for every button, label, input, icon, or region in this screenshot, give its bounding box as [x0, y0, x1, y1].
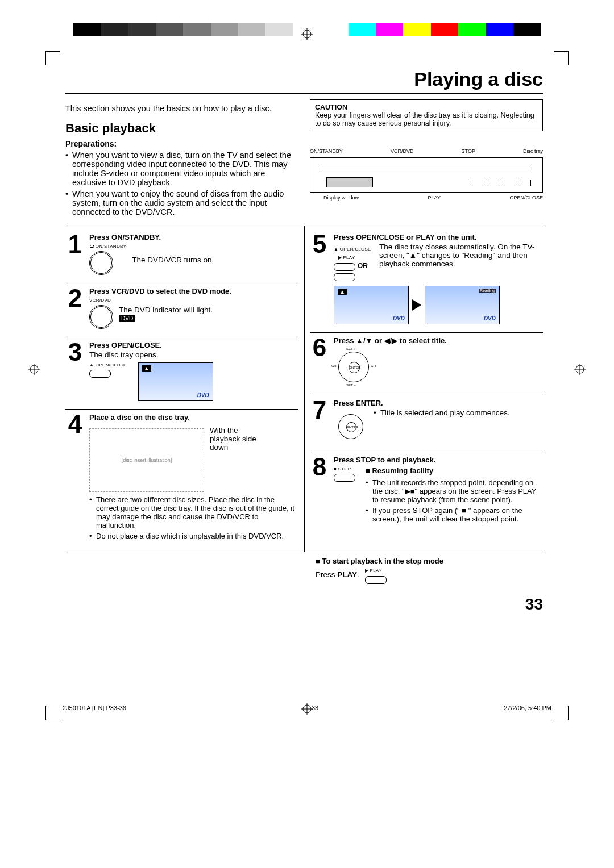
crop-mark [45, 706, 60, 720]
step-desc: The disc tray opens. [89, 350, 298, 359]
start-in-stop-body: Press PLAY. [316, 570, 359, 579]
stop-icon: ■ STOP [334, 466, 360, 527]
footer-left: 2J50101A [EN] P33-36 [63, 704, 126, 711]
device-bottom-labels: Display window PLAY OPEN/CLOSE [310, 195, 543, 201]
note-item: If you press STOP again (" ■ " appears o… [366, 506, 543, 523]
step5-buttons: ▲ OPEN/CLOSE ▶ PLAY OR [334, 244, 375, 281]
caution-heading: CAUTION [315, 103, 538, 111]
dvd-badge: DVD [119, 315, 135, 322]
vcrdvd-icon: VCR/DVD [89, 298, 113, 329]
step4-notes: There are two different disc sizes. Plac… [89, 495, 298, 540]
registration-mark [301, 28, 313, 40]
registration-mark [574, 364, 586, 375]
step-title: Press OPEN/CLOSE. [89, 341, 298, 349]
step-desc: Title is selected and play commences. [374, 408, 510, 417]
step-title: Press STOP to end playback. [334, 456, 543, 464]
tv-screen-thumb: Reading DVD [425, 286, 500, 324]
page-title: Playing a disc [65, 68, 543, 94]
column-divider [304, 226, 305, 552]
step-title: Press ENTER. [334, 399, 543, 407]
print-footer: 2J50101A [EN] P33-36 33 27/2/06, 5:40 PM [63, 704, 551, 711]
play-icon: ▶ PLAY [365, 565, 387, 584]
onstandby-icon: ⏻ ON/STANDBY [89, 244, 126, 275]
step-number: 8 [310, 456, 329, 527]
step-number: 1 [65, 233, 85, 275]
step-number: 4 [65, 413, 85, 544]
dpad-icon: ENTER [334, 410, 368, 444]
device-diagram [310, 157, 543, 193]
prep-item: When you want to view a disc, turn on th… [65, 151, 298, 187]
step8-notes: The unit records the stopped point, depe… [366, 478, 543, 523]
step-number: 2 [65, 287, 85, 329]
step-number: 3 [65, 341, 85, 401]
step-1: 1 Press ON/STANDBY. ⏻ ON/STANDBY The DVD… [65, 229, 298, 275]
disc-hand-illustration: [disc insert illustration] [89, 428, 204, 492]
note-item: The unit records the stopped point, depe… [366, 478, 543, 504]
step-8: 8 Press STOP to end playback. ■ STOP Res… [310, 452, 543, 527]
step-2: 2 Press VCR/DVD to select the DVD mode. … [65, 283, 298, 329]
footer-right: 27/2/06, 5:40 PM [504, 704, 551, 711]
step-number: 5 [310, 233, 329, 324]
step-desc: The disc tray closes automatically. On t… [379, 243, 543, 281]
step-title: Press OPEN/CLOSE or PLAY on the unit. [334, 233, 543, 241]
caution-box: CAUTION Keep your fingers well clear of … [310, 99, 543, 131]
caution-body: Keep your fingers well clear of the disc… [315, 111, 538, 127]
crop-mark [45, 51, 60, 65]
step-4: 4 Place a disc on the disc tray. [disc i… [65, 409, 298, 544]
step-title: Press ▲/▼ or ◀/▶ to select title. [334, 336, 543, 345]
intro-text: This section shows you the basics on how… [65, 104, 298, 113]
prep-item: When you want to enjoy the sound of disc… [65, 189, 298, 216]
step-title: Press VCR/DVD to select the DVD mode. [89, 287, 298, 295]
tv-screen-thumb: ▲ DVD [334, 286, 409, 324]
step-number: 7 [310, 399, 329, 444]
arrow-right-icon [412, 299, 421, 311]
preparations-heading: Preparations: [65, 139, 543, 148]
step-5: 5 Press OPEN/CLOSE or PLAY on the unit. … [310, 229, 543, 324]
step-desc: The DVD indicator will light. [119, 306, 213, 314]
step-number: 6 [310, 336, 329, 387]
step-title: Place a disc on the disc tray. [89, 413, 298, 422]
step-7: 7 Press ENTER. ENTER Title is selected a… [310, 395, 543, 444]
dpad-icon: ENTER SET + SET – CH CH [334, 347, 374, 387]
step-desc: With the playback side down [210, 426, 261, 492]
tv-screen-thumb: ▲ DVD [138, 362, 213, 401]
openclose-icon: ▲ OPEN/CLOSE [89, 362, 127, 378]
registration-mark [28, 364, 40, 375]
step-6: 6 Press ▲/▼ or ◀/▶ to select title. ENTE… [310, 332, 543, 387]
device-top-labels: ON/STANDBY VCR/DVD STOP Disc tray [310, 148, 543, 154]
step-desc: The DVD/VCR turns on. [132, 256, 214, 264]
resume-heading: Resuming facility [366, 466, 543, 475]
step-3: 3 Press OPEN/CLOSE. The disc tray opens.… [65, 337, 298, 401]
note-item: There are two different disc sizes. Plac… [89, 495, 298, 529]
section-heading: Basic playback [65, 121, 298, 136]
crop-mark [554, 51, 569, 65]
page-number: 33 [65, 595, 543, 614]
crop-mark [554, 706, 569, 720]
preparations-list: When you want to view a disc, turn on th… [65, 151, 298, 216]
step-title: Press ON/STANDBY. [89, 233, 298, 241]
note-item: Do not place a disc which is unplayable … [89, 532, 298, 540]
footer-mid: 33 [312, 704, 318, 711]
start-in-stop-heading: To start playback in the stop mode [316, 557, 543, 565]
